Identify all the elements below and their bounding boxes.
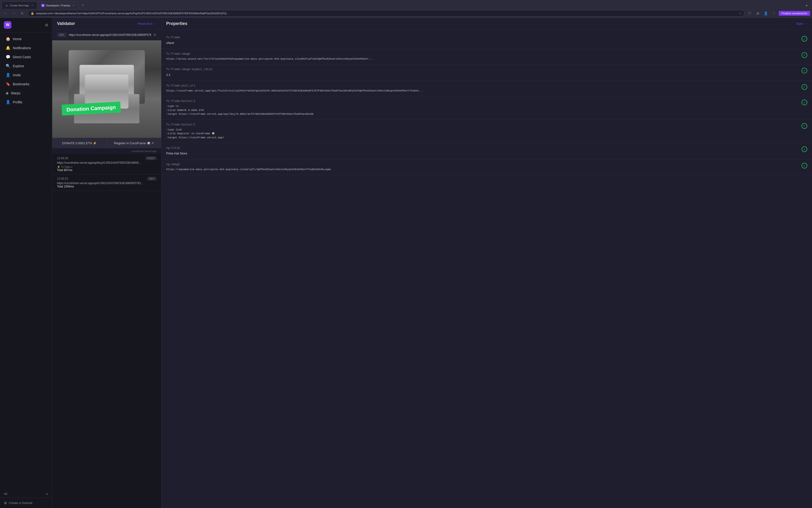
svg-marker-0 bbox=[5, 4, 8, 6]
property-content-3: fc:frame:post_url https://cocoframe.verc… bbox=[166, 84, 799, 93]
frame-image: Donation Campaign bbox=[52, 40, 161, 138]
log-entry-1: 12:09:23 GET https://cocoframe.vercel.ap… bbox=[52, 174, 161, 191]
property-value-7: https://aquamarine-many-porcupine-944.my… bbox=[166, 168, 799, 172]
address-bar: ← → ↻ 🔒 warpcast.com/~/developers/frames… bbox=[0, 9, 812, 17]
tab-close-developers[interactable]: × bbox=[72, 4, 76, 7]
tab-developers-frames[interactable]: W Developers / Frames × bbox=[38, 2, 79, 9]
message-icon: 💬 bbox=[6, 55, 10, 59]
create-channel-button[interactable]: ⊕ Create a channel bbox=[4, 501, 48, 505]
log-method-1: GET bbox=[147, 177, 156, 180]
home-icon: 🏠 bbox=[6, 37, 10, 41]
property-key-6: og:title bbox=[166, 146, 799, 150]
property-content-0: fc:frame vNext bbox=[166, 36, 799, 45]
section-label: All bbox=[4, 492, 7, 496]
log-method-0: POST bbox=[146, 156, 156, 160]
property-item-6: og:title Pinta Hat Store ✓ bbox=[161, 143, 812, 160]
invite-icon: 👤 bbox=[6, 73, 10, 77]
url-box[interactable]: 🔒 warpcast.com/~/developers/frames?url=h… bbox=[28, 10, 745, 17]
tab-create-next-app[interactable]: Create Next App × bbox=[2, 2, 37, 9]
create-channel-label: Create a channel bbox=[9, 501, 32, 505]
log-url-1: https://cocoframe.vercel.app/api/0.0001/… bbox=[57, 181, 156, 185]
spec-link[interactable]: Spec → bbox=[796, 22, 807, 26]
property-key-0: fc:frame bbox=[166, 36, 799, 39]
plus-circle-icon: ⊕ bbox=[4, 501, 7, 505]
url-input[interactable] bbox=[69, 33, 151, 37]
property-content-4: fc:frame:button:1 :type tx :title DONATE… bbox=[166, 99, 799, 116]
minimize-icon[interactable]: ▸ bbox=[804, 2, 810, 8]
sidebar-item-profile[interactable]: 👤 Profile bbox=[2, 98, 50, 107]
extension-icon-1[interactable]: 🛡 bbox=[747, 10, 753, 17]
property-value-0: vNext bbox=[166, 41, 799, 45]
main-content: Validator Read docs → URL ↻ Donation Cam… bbox=[52, 18, 812, 508]
sidebar-label-explore: Explore bbox=[13, 64, 24, 68]
property-content-7: og:image https://aquamarine-many-porcupi… bbox=[166, 163, 799, 172]
property-item-5: fc:frame:button:2 :type link :title Regi… bbox=[161, 120, 812, 143]
bell-icon: 🔔 bbox=[6, 46, 10, 50]
extension-icon-2[interactable]: ⊞ bbox=[755, 10, 761, 17]
url-input-row: URL ↻ bbox=[52, 30, 161, 40]
reload-button[interactable]: ↻ bbox=[19, 10, 26, 17]
sidebar-nav: 🏠 Home 🔔 Notifications 💬 Direct Casts 🔍 … bbox=[0, 32, 52, 490]
browser-actions: 🛡 ⊞ 👤 ⋮ Finalizar actualización bbox=[747, 10, 810, 17]
back-button[interactable]: ← bbox=[2, 10, 8, 17]
properties-list: fc:frame vNext ✓ fc:frame:image https://… bbox=[161, 30, 812, 508]
sidebar-section-all[interactable]: All ∨ bbox=[0, 490, 52, 498]
tab-close-create[interactable]: × bbox=[31, 4, 34, 7]
sidebar-item-direct-casts[interactable]: 💬 Direct Casts bbox=[2, 52, 50, 61]
property-content-5: fc:frame:button:2 :type link :title Regi… bbox=[166, 123, 799, 140]
sidebar-item-warps[interactable]: ◆ Warps bbox=[2, 89, 50, 97]
sidebar-item-explore[interactable]: 🔍 Explore bbox=[2, 61, 50, 70]
new-tab-button[interactable]: + bbox=[80, 2, 86, 8]
sidebar-item-invite[interactable]: 👤 Invite bbox=[2, 71, 50, 79]
tab-label-developers: Developers / Frames bbox=[46, 4, 70, 7]
warpcast-logo[interactable]: W bbox=[4, 21, 11, 29]
property-key-7: og:image bbox=[166, 163, 799, 166]
tab-favicon-w: W bbox=[41, 4, 45, 7]
validator-title: Validator bbox=[57, 21, 75, 26]
property-key-3: fc:frame:post_url bbox=[166, 84, 799, 87]
settings-icon[interactable]: ⚙ bbox=[45, 23, 48, 27]
check-icon-2: ✓ bbox=[802, 68, 807, 74]
check-icon-5: ✓ bbox=[802, 123, 807, 129]
check-icon-1: ✓ bbox=[802, 52, 807, 58]
sidebar-item-home[interactable]: 🏠 Home bbox=[2, 35, 50, 43]
log-timestamp-0: 12:09:28 bbox=[57, 157, 68, 160]
forward-button[interactable]: → bbox=[10, 10, 17, 17]
sidebar-item-notifications[interactable]: 🔔 Notifications bbox=[2, 43, 50, 52]
search-icon: 🔍 bbox=[6, 64, 10, 68]
property-key-4: fc:frame:button:1 bbox=[166, 99, 799, 103]
frame-source: cocoframe.vercel.app bbox=[52, 148, 161, 154]
property-key-2: fc:frame:image:aspect_ratio bbox=[166, 68, 799, 71]
property-item-7: og:image https://aquamarine-many-porcupi… bbox=[161, 160, 812, 175]
donate-button[interactable]: DONATE 0.0001 ETH ⚡ bbox=[52, 138, 107, 148]
properties-title: Properties bbox=[166, 21, 187, 26]
bookmark-star-icon[interactable]: ☆ bbox=[739, 12, 742, 15]
sidebar: W ⚙ 🏠 Home 🔔 Notifications 💬 Direct Cast… bbox=[0, 18, 52, 508]
more-icon[interactable]: ⋮ bbox=[771, 10, 777, 17]
tx-data-toggle[interactable]: ⚡ Tx Data ∨ bbox=[57, 165, 73, 168]
property-value-3: https://cocoframe.vercel.app/api/finish?… bbox=[166, 89, 799, 93]
profile-icon[interactable]: 👤 bbox=[763, 10, 769, 17]
register-button[interactable]: Register in CocoFrame 🥥 ↗ bbox=[107, 138, 161, 148]
log-entry-header-1: 12:09:23 GET bbox=[57, 177, 156, 180]
sidebar-label-profile: Profile bbox=[13, 100, 22, 104]
url-label: URL bbox=[57, 33, 66, 37]
log-entries: 12:09:28 POST https://cocoframe.vercel.a… bbox=[52, 154, 161, 508]
sidebar-label-notifications: Notifications bbox=[13, 46, 31, 50]
diamond-icon: ◆ bbox=[6, 91, 8, 95]
property-content-1: fc:frame:image https://proxy.wrpcd.net/?… bbox=[166, 52, 799, 61]
log-timestamp-1: 12:09:23 bbox=[57, 177, 68, 180]
property-value-1: https://proxy.wrpcd.net/?url=https%3A%2F… bbox=[166, 57, 799, 61]
property-key-1: fc:frame:image bbox=[166, 52, 799, 55]
property-content-6: og:title Pinta Hat Store bbox=[166, 146, 799, 156]
refresh-icon[interactable]: ↻ bbox=[154, 33, 156, 37]
property-value-5: :type link :title Register in CocoFrame … bbox=[166, 128, 799, 140]
property-key-5: fc:frame:button:2 bbox=[166, 123, 799, 126]
read-docs-link[interactable]: Read docs → bbox=[138, 22, 156, 26]
property-item-0: fc:frame vNext ✓ bbox=[161, 33, 812, 49]
check-icon-4: ✓ bbox=[802, 99, 807, 105]
log-total-1: Total 1556ms bbox=[57, 185, 156, 188]
sidebar-item-bookmarks[interactable]: 🔖 Bookmarks bbox=[2, 80, 50, 88]
update-button[interactable]: Finalizar actualización bbox=[779, 11, 810, 16]
sidebar-label-invite: Invite bbox=[13, 73, 21, 77]
